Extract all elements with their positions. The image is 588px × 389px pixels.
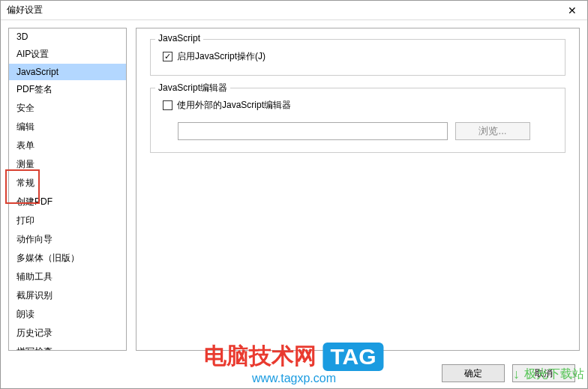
enable-js-row[interactable]: 启用JavaScript操作(J) [163,50,553,63]
js-editor-legend: JavaScript编辑器 [155,82,230,94]
browse-button: 浏览... [455,122,530,140]
sidebar-item-10[interactable]: 打印 [9,211,126,230]
close-button[interactable]: ✕ [557,1,587,20]
editor-path-input[interactable] [178,122,448,140]
close-icon: ✕ [568,4,577,16]
sidebar-item-0[interactable]: 3D [9,28,126,45]
category-sidebar[interactable]: 3DAIP设置JavaScriptPDF签名安全编辑表单测量常规创建PDF打印动… [9,28,126,350]
cancel-button[interactable]: 取消 [512,364,575,382]
sidebar-item-11[interactable]: 动作向导 [9,230,126,249]
sidebar-item-4[interactable]: 安全 [9,99,126,118]
sidebar-item-12[interactable]: 多媒体（旧版） [9,249,126,268]
settings-panel: JavaScript 启用JavaScript操作(J) JavaScript编… [136,28,580,351]
sidebar-item-8[interactable]: 常规 [9,174,126,193]
sidebar-item-7[interactable]: 测量 [9,155,126,174]
sidebar-item-15[interactable]: 朗读 [9,305,126,324]
titlebar: 偏好设置 ✕ [1,1,587,20]
external-editor-label: 使用外部的JavaScript编辑器 [177,99,291,112]
javascript-group-legend: JavaScript [155,33,203,43]
external-editor-row[interactable]: 使用外部的JavaScript编辑器 [163,99,553,112]
enable-js-label: 启用JavaScript操作(J) [177,50,266,63]
javascript-group: JavaScript 启用JavaScript操作(J) [150,39,566,76]
sidebar-item-6[interactable]: 表单 [9,136,126,155]
sidebar-item-16[interactable]: 历史记录 [9,324,126,343]
sidebar-item-2[interactable]: JavaScript [9,64,126,80]
js-editor-group: JavaScript编辑器 使用外部的JavaScript编辑器 浏览... [150,88,566,153]
editor-path-row: 浏览... [178,122,553,140]
ok-button[interactable]: 确定 [442,364,505,382]
content-area: 3DAIP设置JavaScriptPDF签名安全编辑表单测量常规创建PDF打印动… [1,20,587,358]
window-title: 偏好设置 [7,4,43,16]
sidebar-item-14[interactable]: 截屏识别 [9,286,126,305]
sidebar-item-17[interactable]: 拼写检查 [9,343,126,350]
sidebar-item-13[interactable]: 辅助工具 [9,268,126,286]
sidebar-container: 3DAIP设置JavaScriptPDF签名安全编辑表单测量常规创建PDF打印动… [8,28,127,351]
sidebar-item-5[interactable]: 编辑 [9,118,126,136]
sidebar-item-9[interactable]: 创建PDF [9,193,126,211]
sidebar-item-3[interactable]: PDF签名 [9,80,126,99]
dialog-footer: 确定 取消 [1,358,587,388]
enable-js-checkbox[interactable] [163,52,172,61]
sidebar-item-1[interactable]: AIP设置 [9,45,126,64]
external-editor-checkbox[interactable] [163,100,172,110]
